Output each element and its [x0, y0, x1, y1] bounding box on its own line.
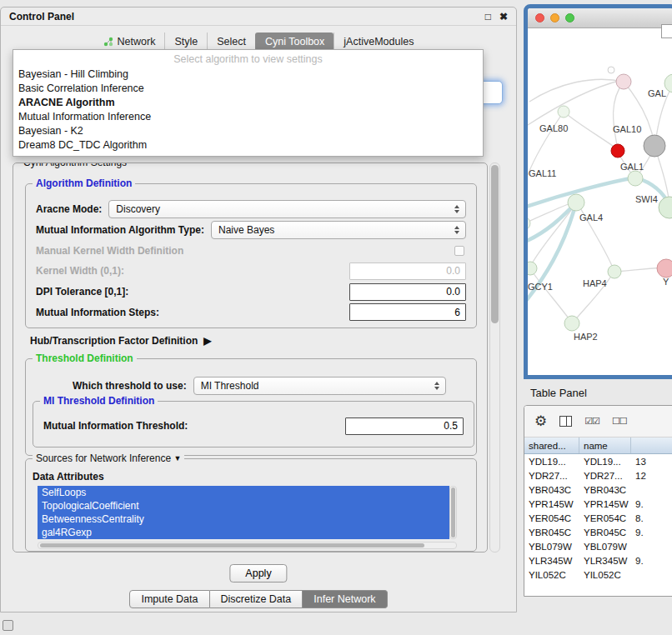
- algorithm-definition-group: Algorithm Definition Aracne Mode: Discov…: [25, 183, 477, 328]
- tab-infer-network[interactable]: Infer Network: [303, 590, 387, 608]
- algorithm-dropdown-popup: Select algorithm to view settings Bayesi…: [13, 49, 484, 157]
- node[interactable]: [608, 67, 614, 73]
- dropdown-item[interactable]: Dream8 DC_TDC Algorithm: [13, 138, 483, 152]
- network-canvas[interactable]: GAL GAL80 GAL10 GAL11 GAL1 SWI4 GAL4 GCY…: [528, 28, 672, 355]
- which-threshold-label: Which threshold to use:: [73, 380, 187, 392]
- cell-value: 9.: [631, 499, 672, 509]
- network-graph[interactable]: GAL GAL80 GAL10 GAL11 GAL1 SWI4 GAL4 GCY…: [528, 28, 672, 355]
- node-hap4[interactable]: [608, 265, 621, 278]
- node-label: GAL10: [613, 124, 641, 134]
- cell-name: YPR145W: [579, 499, 631, 509]
- mi-threshold-definition-group: MI Threshold Definition Mutual Informati…: [33, 401, 474, 448]
- table-row[interactable]: YDL19... YDL19... 13: [524, 454, 672, 468]
- table-row[interactable]: YBL079W YBL079W: [524, 539, 672, 553]
- node-swi4[interactable]: [659, 197, 672, 218]
- node-label: GAL: [648, 88, 666, 98]
- table-row[interactable]: YER054C YER054C 8.: [524, 511, 672, 525]
- attribute-item-selected[interactable]: gal4RGexp: [38, 526, 449, 539]
- node-red[interactable]: [611, 144, 624, 158]
- close-traffic-light[interactable]: [535, 13, 544, 22]
- tab-select[interactable]: Select: [207, 32, 255, 51]
- node-gal80[interactable]: [558, 106, 569, 118]
- deselect-all-icon[interactable]: ☐☐: [612, 416, 627, 427]
- cell-value: 9.: [631, 528, 672, 538]
- mi-algorithm-type-select[interactable]: Naive Bayes: [211, 221, 466, 239]
- node-label: HAP4: [583, 278, 607, 288]
- gear-icon[interactable]: ⚙: [534, 414, 547, 428]
- node-gal4[interactable]: [568, 194, 584, 211]
- table-row[interactable]: YBR043C YBR043C: [524, 482, 672, 497]
- mi-steps-label: Mutual Information Steps:: [36, 307, 159, 318]
- tab-cyni-toolbox[interactable]: Cyni Toolbox: [255, 32, 333, 51]
- apply-button[interactable]: Apply: [229, 564, 287, 582]
- select-all-icon[interactable]: ☑☑: [584, 416, 599, 427]
- kernel-width-input[interactable]: [349, 262, 466, 280]
- attribute-item-selected[interactable]: BetweennessCentrality: [38, 512, 449, 526]
- cell-name: YDL19...: [579, 457, 631, 467]
- dropdown-item[interactable]: Mutual Information Inference: [13, 110, 483, 124]
- close-window-icon[interactable]: ✖: [499, 11, 508, 22]
- table-header: shared... name: [524, 438, 672, 454]
- table-row[interactable]: YBR045C YBR045C 9.: [524, 525, 672, 539]
- table-row[interactable]: YLR345W YLR345W 9.: [524, 553, 672, 568]
- attributes-vertical-scrollbar[interactable]: [449, 486, 457, 539]
- table-row[interactable]: YIL052C YIL052C: [524, 568, 672, 582]
- settings-scrollbar-thumb[interactable]: [491, 165, 499, 323]
- tab-impute-data[interactable]: Impute Data: [129, 590, 209, 608]
- hub-transcription-factor-toggle[interactable]: Hub/Transcription Factor Definition ▶: [30, 335, 212, 347]
- node-label: GAL4: [579, 212, 603, 222]
- dropdown-item[interactable]: Bayesian - K2: [13, 124, 483, 138]
- column-header-name[interactable]: name: [579, 438, 631, 453]
- sources-group-title[interactable]: Sources for Network Inference ▼: [33, 452, 184, 464]
- cyni-bottom-tabs: Impute Data Discretize Data Infer Networ…: [1, 590, 516, 608]
- dropdown-item-selected[interactable]: ARACNE Algorithm: [13, 96, 483, 110]
- attribute-item-selected[interactable]: TopologicalCoefficient: [38, 499, 449, 512]
- attributes-horizontal-scrollbar[interactable]: [38, 542, 457, 549]
- collapsed-panel-icon[interactable]: [3, 620, 13, 631]
- cell-name: YBR043C: [579, 485, 631, 495]
- settings-group-title: Cyni Algorithm Settings: [20, 162, 130, 168]
- node-pink[interactable]: [616, 74, 631, 89]
- network-scrollbar-corner[interactable]: [661, 24, 672, 38]
- cell-name: YLR345W: [579, 556, 631, 566]
- node-pink[interactable]: [657, 259, 672, 278]
- tab-network[interactable]: Network: [94, 32, 165, 51]
- node-label: HAP2: [574, 332, 598, 342]
- settings-scrollbar[interactable]: [489, 162, 500, 552]
- node-label: GAL1: [620, 162, 644, 172]
- node-hap2[interactable]: [564, 316, 579, 331]
- tab-discretize-data[interactable]: Discretize Data: [210, 590, 303, 608]
- attribute-item-selected[interactable]: SelfLoops: [38, 486, 449, 499]
- control-panel-window: Control Panel □ ✖ Network Style Select: [0, 7, 517, 612]
- minimize-traffic-light[interactable]: [550, 13, 559, 22]
- tab-jactivemodules[interactable]: jActiveModules: [333, 32, 423, 51]
- node-gcy1[interactable]: [528, 262, 537, 275]
- kernel-width-label: Kernel Width (0,1):: [36, 265, 124, 277]
- stepper-icon: [452, 222, 462, 238]
- table-row[interactable]: YPR145W YPR145W 9.: [524, 497, 672, 511]
- node-label: SWI4: [635, 194, 658, 204]
- zoom-traffic-light[interactable]: [565, 13, 574, 22]
- dpi-tolerance-input[interactable]: [349, 283, 466, 301]
- dropdown-item[interactable]: Bayesian - Hill Climbing: [13, 68, 483, 82]
- dropdown-item[interactable]: Basic Correlation Inference: [13, 82, 483, 96]
- aracne-mode-select[interactable]: Discovery: [108, 200, 466, 218]
- cell-shared-name: YPR145W: [524, 499, 579, 509]
- node-gal1[interactable]: [628, 171, 643, 186]
- network-node-labels: GAL GAL80 GAL10 GAL11 GAL1 SWI4 GAL4 GCY…: [528, 88, 669, 342]
- table-row[interactable]: YDR27... YDR27... 12: [524, 468, 672, 482]
- float-window-icon[interactable]: □: [485, 11, 491, 22]
- tab-style[interactable]: Style: [164, 32, 207, 51]
- manual-kernel-width-checkbox[interactable]: [454, 246, 464, 256]
- control-panel-title: Control Panel: [9, 11, 74, 22]
- column-header-clipped[interactable]: [631, 438, 672, 453]
- columns-icon[interactable]: [559, 416, 572, 427]
- which-threshold-select[interactable]: MI Threshold: [193, 377, 446, 395]
- mi-threshold-input[interactable]: [345, 418, 464, 435]
- node[interactable]: [528, 217, 530, 230]
- node-gal10[interactable]: [644, 135, 665, 157]
- mi-steps-input[interactable]: [349, 303, 466, 321]
- column-header-shared-name[interactable]: shared...: [524, 438, 579, 453]
- tab-label: Network: [118, 36, 156, 48]
- cell-shared-name: YER054C: [524, 513, 579, 523]
